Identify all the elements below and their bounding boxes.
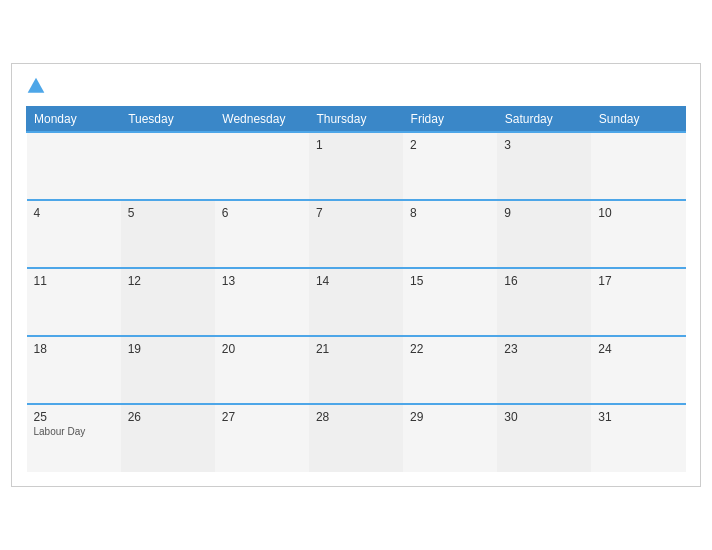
calendar-cell: 25Labour Day	[27, 404, 121, 472]
calendar-cell: 13	[215, 268, 309, 336]
calendar-cell: 2	[403, 132, 497, 200]
calendar-cell: 21	[309, 336, 403, 404]
day-number: 1	[316, 138, 396, 152]
day-number: 12	[128, 274, 208, 288]
calendar-cell: 26	[121, 404, 215, 472]
week-row-3: 11121314151617	[27, 268, 686, 336]
weekday-wednesday: Wednesday	[215, 107, 309, 133]
calendar-cell: 28	[309, 404, 403, 472]
calendar-cell	[215, 132, 309, 200]
calendar-cell: 19	[121, 336, 215, 404]
calendar-cell: 3	[497, 132, 591, 200]
week-row-2: 45678910	[27, 200, 686, 268]
svg-marker-0	[28, 78, 45, 93]
day-number: 4	[34, 206, 114, 220]
day-number: 22	[410, 342, 490, 356]
logo-icon	[26, 76, 46, 96]
day-number: 17	[598, 274, 678, 288]
day-number: 27	[222, 410, 302, 424]
week-row-1: 123	[27, 132, 686, 200]
day-number: 18	[34, 342, 114, 356]
day-number: 7	[316, 206, 396, 220]
day-number: 16	[504, 274, 584, 288]
calendar-cell: 20	[215, 336, 309, 404]
day-number: 13	[222, 274, 302, 288]
weekday-monday: Monday	[27, 107, 121, 133]
calendar-container: MondayTuesdayWednesdayThursdayFridaySatu…	[11, 63, 701, 487]
logo	[26, 76, 50, 96]
calendar-cell: 30	[497, 404, 591, 472]
day-number: 10	[598, 206, 678, 220]
calendar-cell: 15	[403, 268, 497, 336]
calendar-cell: 14	[309, 268, 403, 336]
calendar-cell: 5	[121, 200, 215, 268]
calendar-table: MondayTuesdayWednesdayThursdayFridaySatu…	[26, 106, 686, 472]
day-number: 11	[34, 274, 114, 288]
calendar-cell: 1	[309, 132, 403, 200]
day-number: 15	[410, 274, 490, 288]
calendar-cell: 24	[591, 336, 685, 404]
day-number: 24	[598, 342, 678, 356]
day-number: 2	[410, 138, 490, 152]
day-number: 23	[504, 342, 584, 356]
day-number: 28	[316, 410, 396, 424]
calendar-cell: 29	[403, 404, 497, 472]
day-number: 21	[316, 342, 396, 356]
holiday-label: Labour Day	[34, 426, 114, 437]
calendar-cell: 11	[27, 268, 121, 336]
calendar-cell	[27, 132, 121, 200]
calendar-header	[26, 76, 686, 96]
day-number: 6	[222, 206, 302, 220]
week-row-4: 18192021222324	[27, 336, 686, 404]
weekday-header-row: MondayTuesdayWednesdayThursdayFridaySatu…	[27, 107, 686, 133]
calendar-cell: 23	[497, 336, 591, 404]
day-number: 9	[504, 206, 584, 220]
week-row-5: 25Labour Day262728293031	[27, 404, 686, 472]
calendar-cell: 12	[121, 268, 215, 336]
day-number: 31	[598, 410, 678, 424]
calendar-cell: 7	[309, 200, 403, 268]
calendar-cell	[591, 132, 685, 200]
day-number: 30	[504, 410, 584, 424]
day-number: 14	[316, 274, 396, 288]
calendar-cell: 31	[591, 404, 685, 472]
calendar-cell: 6	[215, 200, 309, 268]
day-number: 19	[128, 342, 208, 356]
calendar-cell: 17	[591, 268, 685, 336]
calendar-cell: 10	[591, 200, 685, 268]
day-number: 5	[128, 206, 208, 220]
calendar-cell: 27	[215, 404, 309, 472]
calendar-cell: 4	[27, 200, 121, 268]
weekday-friday: Friday	[403, 107, 497, 133]
day-number: 25	[34, 410, 114, 424]
calendar-cell: 18	[27, 336, 121, 404]
day-number: 26	[128, 410, 208, 424]
weekday-saturday: Saturday	[497, 107, 591, 133]
day-number: 20	[222, 342, 302, 356]
weekday-tuesday: Tuesday	[121, 107, 215, 133]
calendar-cell: 22	[403, 336, 497, 404]
calendar-cell: 16	[497, 268, 591, 336]
calendar-cell: 9	[497, 200, 591, 268]
calendar-cell	[121, 132, 215, 200]
calendar-cell: 8	[403, 200, 497, 268]
day-number: 8	[410, 206, 490, 220]
weekday-thursday: Thursday	[309, 107, 403, 133]
weekday-sunday: Sunday	[591, 107, 685, 133]
day-number: 29	[410, 410, 490, 424]
day-number: 3	[504, 138, 584, 152]
